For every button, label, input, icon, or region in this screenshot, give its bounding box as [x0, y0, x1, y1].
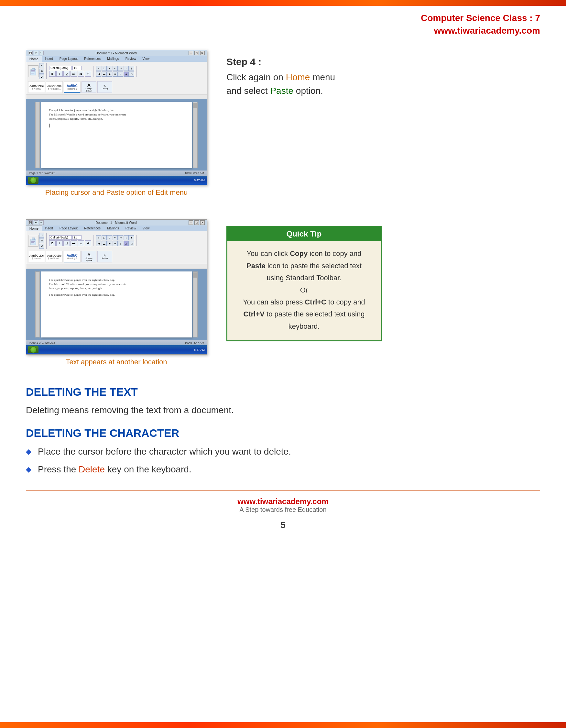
style-no-spacing-button-2[interactable]: AaBbCcDc ¶ No Spaci... — [46, 251, 63, 262]
word-undo-icon-2[interactable]: ↩ — [34, 220, 38, 225]
style-no-spacing-button[interactable]: AaBbCcDc ¶ No Spaci... — [46, 81, 63, 93]
subscript-button-2[interactable]: x₂ — [78, 240, 84, 246]
tab-home[interactable]: Home — [26, 56, 42, 62]
cut-icon-2[interactable]: ✂ — [39, 233, 44, 238]
header-title: Computer Science Class : 7 — [421, 12, 540, 24]
numbering-icon-2[interactable]: 1. — [102, 235, 107, 240]
tab-view-2[interactable]: View — [139, 226, 153, 231]
align-right-icon[interactable]: ▶ — [107, 72, 112, 77]
shading-icon[interactable]: A — [124, 72, 129, 77]
start-button[interactable] — [28, 177, 39, 184]
editing-button-2[interactable]: ✎ Editing — [97, 251, 112, 262]
word-page-2: The quick brown fox jumps over the right… — [41, 271, 192, 337]
font-name-input[interactable] — [49, 66, 72, 70]
font-size-input[interactable] — [72, 66, 82, 70]
tab-page-layout[interactable]: Page Layout — [56, 56, 81, 62]
border-icon-2[interactable]: □ — [129, 241, 134, 246]
shading-icon-2[interactable]: A — [124, 241, 129, 246]
style-normal-button[interactable]: AaBbCcDc ¶ Normal — [28, 81, 45, 93]
tab-page-layout-2[interactable]: Page Layout — [56, 226, 81, 231]
maximize-button-2[interactable]: □ — [194, 220, 199, 225]
tab-mailings-2[interactable]: Mailings — [104, 226, 122, 231]
center-icon-2[interactable]: ▬ — [102, 241, 107, 246]
show-formatting-icon[interactable]: ¶ — [129, 66, 134, 71]
word-status-bar-2: Page 1 of 1 Words:8 100% 8:47 AM — [26, 340, 207, 345]
sort-icon[interactable]: ↕ — [124, 66, 129, 71]
copy-icon-2[interactable]: ⧉ — [39, 238, 44, 243]
change-styles-button[interactable]: A Change Styles ▾ — [82, 81, 96, 93]
numbering-icon[interactable]: 1. — [102, 66, 107, 71]
align-left-icon[interactable]: ◀ — [96, 72, 101, 77]
start-button-2[interactable] — [28, 346, 39, 353]
align-list-icon[interactable]: ≡ — [96, 66, 101, 71]
underline-button-2[interactable]: U — [63, 240, 70, 246]
close-button-2[interactable]: ✕ — [200, 220, 205, 225]
minimize-button-2[interactable]: ─ — [189, 220, 193, 225]
svg-rect-3 — [31, 72, 35, 72]
subscript-button[interactable]: x₂ — [78, 71, 84, 77]
superscript-button[interactable]: x² — [85, 71, 91, 77]
paste-icon[interactable] — [28, 65, 39, 77]
tab-insert-2[interactable]: Insert — [42, 226, 56, 231]
show-formatting-icon-2[interactable]: ¶ — [129, 235, 134, 240]
justify-icon[interactable]: ☰ — [113, 72, 118, 77]
strikethrough-button-2[interactable]: ab — [71, 240, 77, 246]
bold-button[interactable]: B — [49, 71, 56, 77]
change-styles-button-2[interactable]: A Change Styles ▾ — [82, 251, 96, 262]
svg-rect-6 — [32, 238, 35, 240]
minimize-button[interactable]: ─ — [189, 51, 193, 55]
superscript-button-2[interactable]: x² — [85, 240, 91, 246]
bullet-text-1: Place the cursor before the character wh… — [38, 445, 291, 459]
border-icon[interactable]: □ — [129, 72, 134, 77]
style-heading1-button-2[interactable]: AaBbC Heading 1 — [64, 251, 81, 262]
strikethrough-button[interactable]: ab — [71, 71, 77, 77]
maximize-button[interactable]: □ — [194, 51, 199, 55]
word-redo-icon-2[interactable]: ↪ — [39, 220, 44, 225]
style-heading1-button[interactable]: AaBbC Heading 1 — [64, 81, 81, 93]
copy-icon[interactable]: ⧉ — [39, 69, 44, 74]
tab-view[interactable]: View — [139, 56, 153, 62]
line-spacing-icon-2[interactable]: ↕ — [118, 241, 123, 246]
center-icon[interactable]: ▬ — [102, 72, 107, 77]
paste-icon-2[interactable] — [28, 235, 39, 247]
justify-icon-2[interactable]: ☰ — [113, 241, 118, 246]
increase-indent-icon-2[interactable]: ⇥ — [118, 235, 123, 240]
tab-review-2[interactable]: Review — [122, 226, 139, 231]
align-right-icon-2[interactable]: ▶ — [107, 241, 112, 246]
format-painter-icon[interactable]: 🖌 — [39, 74, 44, 79]
line-spacing-icon[interactable]: ↕ — [118, 72, 123, 77]
decrease-indent-icon[interactable]: ⇤ — [113, 66, 118, 71]
tab-insert[interactable]: Insert — [42, 56, 56, 62]
tab-mailings[interactable]: Mailings — [104, 56, 122, 62]
sort-icon-2[interactable]: ↕ — [124, 235, 129, 240]
page-status: Page 1 of 1 Words:8 — [29, 171, 55, 175]
font-name-input-2[interactable] — [49, 235, 72, 240]
word-undo-icon[interactable]: ↩ — [34, 51, 38, 55]
step4-text-before-home: Click again on — [227, 72, 283, 82]
bullet-icon-2[interactable]: • — [107, 235, 112, 240]
word-save-icon[interactable]: 💾 — [28, 51, 33, 55]
bullet-icon[interactable]: • — [107, 66, 112, 71]
decrease-indent-icon-2[interactable]: ⇤ — [113, 235, 118, 240]
header: Computer Science Class : 7 www.tiwariaca… — [0, 6, 566, 40]
word-save-icon-2[interactable]: 💾 — [28, 220, 33, 225]
close-button[interactable]: ✕ — [200, 51, 205, 55]
format-painter-icon-2[interactable]: 🖌 — [39, 244, 44, 249]
tab-review[interactable]: Review — [122, 56, 139, 62]
cut-icon[interactable]: ✂ — [39, 63, 44, 68]
italic-button-2[interactable]: I — [56, 240, 63, 246]
align-list-icon-2[interactable]: ≡ — [96, 235, 101, 240]
bold-button-2[interactable]: B — [49, 240, 56, 246]
style-normal-button-2[interactable]: AaBbCcDc ¶ Normal — [28, 251, 45, 262]
italic-button[interactable]: I — [56, 71, 63, 77]
underline-button[interactable]: U — [63, 71, 70, 77]
tab-home-2[interactable]: Home — [26, 226, 42, 231]
increase-indent-icon[interactable]: ⇥ — [118, 66, 123, 71]
tab-references-2[interactable]: References — [81, 226, 104, 231]
font-size-input-2[interactable] — [72, 235, 82, 240]
tab-references[interactable]: References — [81, 56, 104, 62]
top-gradient-bar — [0, 0, 566, 6]
word-redo-icon[interactable]: ↪ — [39, 51, 44, 55]
editing-button[interactable]: ✎ Editing — [97, 81, 112, 93]
align-left-icon-2[interactable]: ◀ — [96, 241, 101, 246]
